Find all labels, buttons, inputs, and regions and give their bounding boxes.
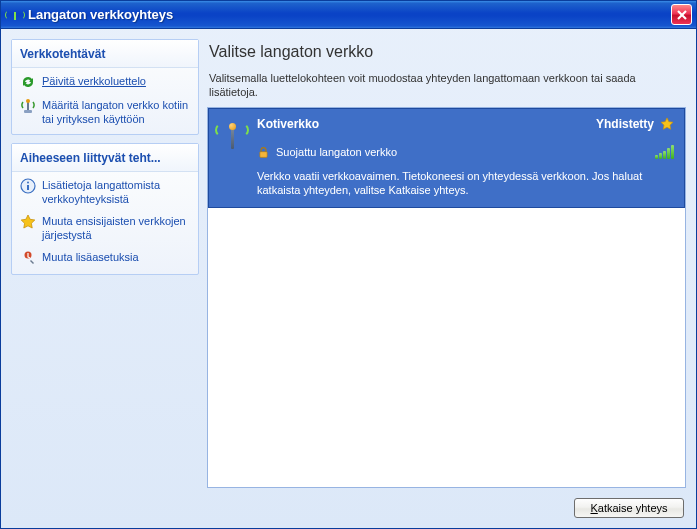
title-bar[interactable]: Langaton verkkoyhteys — [1, 1, 696, 29]
network-list[interactable]: Kotiverkko Yhdistetty Suojattu lang — [207, 107, 686, 488]
svg-rect-5 — [27, 185, 29, 190]
close-icon — [676, 9, 688, 21]
related-tasks-panel: Aiheeseen liittyvät teht... Lisätietoja … — [11, 143, 199, 275]
page-subtitle: Valitsemalla luettelokohteen voit muodos… — [207, 71, 686, 107]
network-tasks-header: Verkkotehtävät — [12, 40, 198, 68]
network-description: Verkko vaatii verkkoavaimen. Tietokonees… — [257, 169, 674, 197]
window-body: Verkkotehtävät Päivitä verkkoluettelo — [1, 29, 696, 528]
button-row: Katkaise yhteys — [207, 488, 686, 520]
signal-strength-icon — [655, 145, 674, 159]
network-security-label: Suojattu langaton verkko — [276, 146, 397, 158]
settings-icon — [20, 250, 36, 266]
favorite-star-icon — [660, 117, 674, 131]
wireless-info[interactable]: Lisätietoja langattomista verkkoyhteyksi… — [12, 172, 198, 208]
refresh-network-list[interactable]: Päivitä verkkoluettelo — [12, 68, 198, 92]
star-icon — [20, 214, 36, 230]
info-icon — [20, 178, 36, 194]
related-tasks-header: Aiheeseen liittyvät teht... — [12, 144, 198, 172]
reorder-preferred-networks-label: Muuta ensisijaisten verkkojen järjestyst… — [42, 214, 190, 242]
main-content: Valitse langaton verkko Valitsemalla lue… — [207, 39, 686, 520]
wireless-info-label: Lisätietoja langattomista verkkoyhteyksi… — [42, 178, 190, 206]
window-title: Langaton verkkoyhteys — [28, 7, 671, 22]
network-item-body: Kotiverkko Yhdistetty Suojattu lang — [257, 117, 674, 197]
svg-rect-6 — [27, 182, 29, 184]
setup-wireless-network-label: Määritä langaton verkko kotiin tai yrity… — [42, 98, 190, 126]
close-button[interactable] — [671, 4, 692, 25]
change-advanced-settings[interactable]: Muuta lisäasetuksia — [12, 244, 198, 268]
network-item[interactable]: Kotiverkko Yhdistetty Suojattu lang — [208, 108, 685, 208]
svg-rect-8 — [260, 151, 267, 157]
svg-rect-3 — [24, 110, 32, 113]
wireless-icon — [7, 7, 23, 23]
refresh-network-list-label: Päivitä verkkoluettelo — [42, 74, 146, 88]
sidebar: Verkkotehtävät Päivitä verkkoluettelo — [11, 39, 199, 520]
wireless-connection-window: Langaton verkkoyhteys Verkkotehtävät — [0, 0, 697, 529]
setup-wireless-network[interactable]: Määritä langaton verkko kotiin tai yrity… — [12, 92, 198, 128]
lock-icon — [257, 146, 270, 159]
svg-point-2 — [26, 99, 30, 103]
network-status: Yhdistetty — [596, 117, 654, 131]
network-tasks-panel: Verkkotehtävät Päivitä verkkoluettelo — [11, 39, 199, 135]
reorder-preferred-networks[interactable]: Muuta ensisijaisten verkkojen järjestyst… — [12, 208, 198, 244]
disconnect-button[interactable]: Katkaise yhteys — [574, 498, 684, 518]
network-antenna-icon — [219, 117, 247, 197]
page-title: Valitse langaton verkko — [207, 39, 686, 71]
refresh-icon — [20, 74, 36, 90]
antenna-icon — [20, 98, 36, 114]
network-name: Kotiverkko — [257, 117, 590, 131]
change-advanced-settings-label: Muuta lisäasetuksia — [42, 250, 139, 264]
